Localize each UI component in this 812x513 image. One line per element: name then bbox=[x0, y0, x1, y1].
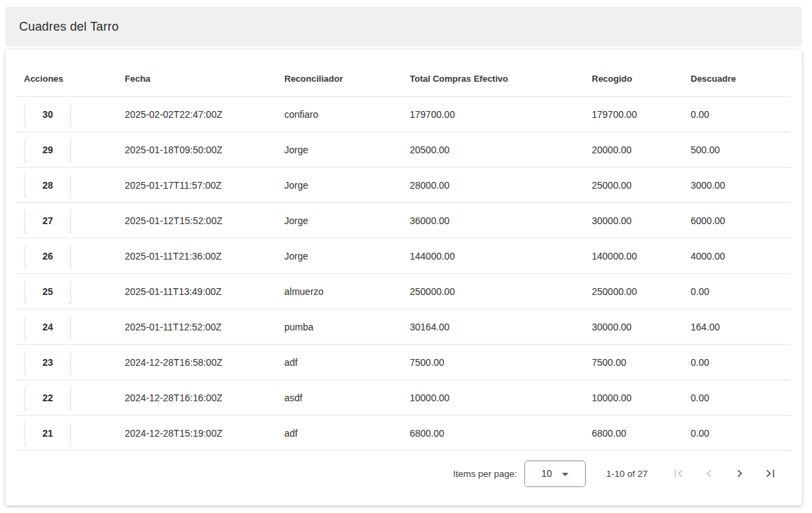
total-compras-efectivo-cell: 10000.00 bbox=[410, 392, 592, 403]
descuadre-cell: 0.00 bbox=[691, 392, 791, 403]
total-compras-efectivo-cell: 20500.00 bbox=[410, 144, 592, 155]
page-header: Cuadres del Tarro bbox=[5, 7, 802, 46]
table-row: 24 2025-01-11T12:52:00Z pumba 30164.00 3… bbox=[16, 309, 791, 345]
acciones-cell: 30 bbox=[16, 102, 125, 127]
fecha-cell: 2024-12-28T16:16:00Z bbox=[125, 392, 284, 403]
descuadre-cell: 3000.00 bbox=[691, 180, 791, 191]
page-range-label: 1-10 of 27 bbox=[606, 469, 648, 479]
recogido-cell: 20000.00 bbox=[592, 144, 691, 155]
acciones-cell: 23 bbox=[16, 350, 125, 375]
column-header-total-compras-efectivo: Total Compras Efectivo bbox=[410, 74, 592, 84]
fecha-cell: 2025-02-02T22:47:00Z bbox=[125, 109, 284, 120]
fecha-cell: 2025-01-11T12:52:00Z bbox=[125, 322, 284, 332]
action-button[interactable]: 29 bbox=[25, 138, 70, 162]
fecha-cell: 2025-01-11T21:36:00Z bbox=[125, 251, 284, 262]
chevron-right-icon bbox=[732, 466, 747, 481]
last-page-icon bbox=[763, 466, 778, 481]
reconciliador-cell: Jorge bbox=[284, 251, 410, 262]
chevron-left-icon bbox=[702, 466, 717, 481]
table-row: 27 2025-01-12T15:52:00Z Jorge 36000.00 3… bbox=[16, 203, 791, 238]
acciones-cell: 27 bbox=[16, 208, 125, 233]
table-row: 25 2025-01-11T13:49:00Z almuerzo 250000.… bbox=[16, 274, 791, 309]
action-button[interactable]: 23 bbox=[25, 350, 70, 375]
table-header-row: AccionesFechaReconciliadorTotal Compras … bbox=[16, 61, 791, 97]
action-button[interactable]: 27 bbox=[25, 208, 70, 233]
paginator-nav bbox=[663, 460, 785, 487]
page-title: Cuadres del Tarro bbox=[19, 20, 119, 34]
column-header-reconciliador: Reconciliador bbox=[284, 74, 410, 84]
reconciliador-cell: adf bbox=[284, 428, 410, 439]
fecha-cell: 2025-01-17T11:57:00Z bbox=[125, 180, 284, 191]
action-button[interactable]: 25 bbox=[25, 279, 70, 304]
recogido-cell: 30000.00 bbox=[592, 215, 691, 226]
reconciliador-cell: pumba bbox=[284, 322, 410, 332]
fecha-cell: 2024-12-28T16:58:00Z bbox=[125, 357, 284, 368]
fecha-cell: 2025-01-18T09:50:00Z bbox=[125, 144, 284, 155]
action-button[interactable]: 21 bbox=[25, 421, 70, 446]
page-size-value: 10 bbox=[541, 468, 552, 479]
action-button[interactable]: 22 bbox=[25, 386, 70, 410]
last-page-button[interactable] bbox=[755, 460, 785, 487]
action-button[interactable]: 30 bbox=[25, 102, 70, 127]
paginator: Items per page: 10 1-10 of 27 bbox=[16, 451, 791, 506]
total-compras-efectivo-cell: 179700.00 bbox=[410, 109, 592, 120]
descuadre-cell: 500.00 bbox=[691, 144, 791, 155]
table-body: 30 2025-02-02T22:47:00Z confiaro 179700.… bbox=[16, 97, 791, 451]
descuadre-cell: 4000.00 bbox=[691, 251, 791, 262]
action-button[interactable]: 24 bbox=[25, 315, 70, 339]
total-compras-efectivo-cell: 36000.00 bbox=[410, 215, 592, 226]
fecha-cell: 2025-01-12T15:52:00Z bbox=[125, 215, 284, 226]
reconciliador-cell: asdf bbox=[284, 392, 410, 403]
recogido-cell: 140000.00 bbox=[592, 251, 691, 262]
acciones-cell: 21 bbox=[16, 421, 125, 446]
reconciliador-cell: confiaro bbox=[284, 109, 410, 120]
descuadre-cell: 0.00 bbox=[691, 428, 791, 439]
recogido-cell: 250000.00 bbox=[592, 286, 691, 297]
acciones-cell: 26 bbox=[16, 244, 125, 268]
table-row: 21 2024-12-28T15:19:00Z adf 6800.00 6800… bbox=[16, 416, 791, 451]
fecha-cell: 2025-01-11T13:49:00Z bbox=[125, 286, 284, 297]
next-page-button[interactable] bbox=[724, 460, 755, 487]
descuadre-cell: 164.00 bbox=[691, 322, 791, 332]
table-row: 30 2025-02-02T22:47:00Z confiaro 179700.… bbox=[16, 97, 791, 132]
reconciliador-cell: almuerzo bbox=[284, 286, 410, 297]
previous-page-button[interactable] bbox=[693, 460, 724, 487]
reconciliador-cell: Jorge bbox=[284, 215, 410, 226]
page-size-select[interactable]: 10 bbox=[524, 461, 586, 487]
recogido-cell: 10000.00 bbox=[592, 392, 691, 403]
table-row: 28 2025-01-17T11:57:00Z Jorge 28000.00 2… bbox=[16, 168, 791, 203]
recogido-cell: 7500.00 bbox=[592, 357, 691, 368]
fecha-cell: 2024-12-28T15:19:00Z bbox=[125, 428, 284, 439]
column-header-descuadre: Descuadre bbox=[691, 74, 791, 84]
acciones-cell: 24 bbox=[16, 315, 125, 339]
reconciliador-cell: Jorge bbox=[284, 144, 410, 155]
acciones-cell: 28 bbox=[16, 173, 125, 198]
descuadre-cell: 0.00 bbox=[691, 286, 791, 297]
total-compras-efectivo-cell: 30164.00 bbox=[410, 322, 592, 332]
descuadre-cell: 0.00 bbox=[691, 357, 791, 368]
recogido-cell: 179700.00 bbox=[592, 109, 691, 120]
descuadre-cell: 6000.00 bbox=[691, 215, 791, 226]
descuadre-cell: 0.00 bbox=[691, 109, 791, 120]
first-page-icon bbox=[671, 466, 686, 481]
action-button[interactable]: 26 bbox=[25, 244, 70, 268]
acciones-cell: 25 bbox=[16, 279, 125, 304]
table-row: 23 2024-12-28T16:58:00Z adf 7500.00 7500… bbox=[16, 345, 791, 380]
recogido-cell: 25000.00 bbox=[592, 180, 691, 191]
reconciliador-cell: adf bbox=[284, 357, 410, 368]
table-card: AccionesFechaReconciliadorTotal Compras … bbox=[5, 50, 802, 506]
total-compras-efectivo-cell: 28000.00 bbox=[410, 180, 592, 191]
chevron-down-icon bbox=[562, 473, 569, 476]
recogido-cell: 6800.00 bbox=[592, 428, 691, 439]
first-page-button[interactable] bbox=[663, 460, 693, 487]
acciones-cell: 22 bbox=[16, 386, 125, 410]
page: Cuadres del Tarro AccionesFechaReconcili… bbox=[0, 0, 812, 513]
total-compras-efectivo-cell: 250000.00 bbox=[410, 286, 592, 297]
action-button[interactable]: 28 bbox=[25, 173, 70, 198]
column-header-fecha: Fecha bbox=[125, 74, 284, 84]
table-row: 22 2024-12-28T16:16:00Z asdf 10000.00 10… bbox=[16, 380, 791, 416]
table-row: 29 2025-01-18T09:50:00Z Jorge 20500.00 2… bbox=[16, 132, 791, 168]
total-compras-efectivo-cell: 6800.00 bbox=[410, 428, 592, 439]
total-compras-efectivo-cell: 144000.00 bbox=[410, 251, 592, 262]
column-header-acciones: Acciones bbox=[16, 74, 125, 84]
